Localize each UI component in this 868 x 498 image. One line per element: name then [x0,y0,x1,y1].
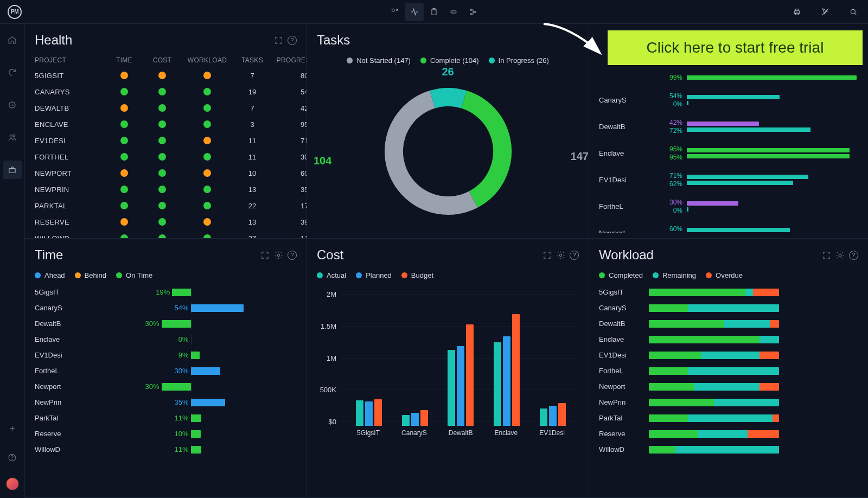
health-row[interactable]: EV1DESI1171% [35,132,297,149]
legend-item[interactable]: On Time [116,271,152,279]
health-row[interactable]: RESERVE1339% [35,214,297,230]
print-icon[interactable] [788,3,806,21]
time-track: 19% [85,289,297,296]
cost-group [494,314,520,426]
legend-item[interactable]: Remaining [653,271,696,279]
expand-icon[interactable] [822,251,831,260]
time-track: 0% [85,336,297,343]
progress-pct: 35% [271,186,307,194]
time-bar [191,367,220,375]
search-icon[interactable] [844,3,863,21]
legend-label: Complete (104) [430,56,479,65]
expand-icon[interactable] [260,251,270,260]
help-icon[interactable]: ? [288,36,297,45]
workload-segment [649,430,698,438]
time-row: Enclave0% [35,335,297,343]
activity-icon[interactable] [405,3,424,21]
nav-refresh-icon[interactable] [3,63,22,81]
nav-clock-icon[interactable] [3,95,22,114]
legend-item[interactable]: Not Started (147) [347,56,411,65]
time-track: 11% [85,446,297,454]
legend-item[interactable]: In Progress (26) [489,56,549,65]
expand-icon[interactable] [274,36,283,45]
progress-pct: 95% [271,120,307,129]
legend-item[interactable]: Planned [356,271,392,279]
svg-rect-16 [9,168,15,173]
health-panel: Health ? PROJECTTIMECOSTWORKLOADTASKSPRO… [25,24,307,239]
legend-dot [75,272,81,278]
cost-panel: Cost ? ActualPlannedBudget 2M1.5M1M500K$… [307,239,589,498]
nav-add-icon[interactable] [3,419,22,437]
svg-point-14 [10,135,12,137]
project-name: NEWPRIN [35,186,105,194]
progress-values: 60%90% [662,225,686,233]
dashboard-grid: Health ? PROJECTTIMECOSTWORKLOADTASKSPRO… [25,24,868,498]
workload-segment [649,367,688,375]
progress-row: Enclave95%95% [599,145,858,161]
svg-rect-3 [451,11,456,13]
help-icon[interactable]: ? [288,251,297,260]
svg-point-15 [13,135,15,137]
health-row[interactable]: NEWPORT1060% [35,165,297,181]
project-name: EV1DESI [35,137,105,145]
health-row[interactable]: ENCLAVE395% [35,116,297,132]
health-row[interactable]: NEWPRIN1335% [35,181,297,197]
health-row[interactable]: WILLOWD2711% [35,230,297,239]
legend-item[interactable]: Actual [317,271,346,279]
cost-status [143,186,181,193]
workload-status [181,104,233,112]
nav-help-icon[interactable] [3,448,22,467]
svg-rect-8 [795,9,798,10]
expand-icon[interactable] [542,251,552,260]
legend-item[interactable]: Behind [75,271,106,279]
health-row[interactable]: DEWALTB742% [35,100,297,116]
legend-item[interactable]: Ahead [35,271,65,279]
user-avatar[interactable] [6,477,19,490]
health-row[interactable]: PARKTAL2217% [35,197,297,214]
health-row[interactable]: FORTHEL1130% [35,149,297,165]
project-name: FORTHEL [35,153,105,161]
gear-icon[interactable] [274,251,283,260]
legend-item[interactable]: Completed [599,271,643,279]
time-track: 35% [85,399,297,406]
app-logo[interactable]: PM [8,5,22,19]
time-bar [191,399,225,406]
minus-square-icon[interactable] [444,3,463,21]
time-track: 9% [85,352,297,359]
workload-stack [649,399,779,406]
flow-icon[interactable] [464,3,482,21]
workload-stack [649,414,779,422]
health-row[interactable]: 5GIGSIT780% [35,67,297,84]
legend-label: Not Started (147) [356,56,411,65]
gear-icon[interactable] [556,251,565,260]
progress-values: 71%62% [662,172,686,188]
clipboard-icon[interactable] [425,3,443,21]
free-trial-cta[interactable]: Click here to start free trial [608,30,863,65]
y-axis-label: 2M [317,290,341,298]
progress-row: FortheL30%0% [599,199,858,214]
health-row[interactable]: CANARYS1954% [35,84,297,100]
progress-name: EV1Desi [599,176,661,184]
time-status [105,104,143,112]
help-icon[interactable]: ? [570,251,579,260]
cost-bar [356,400,363,426]
time-pct: 10% [174,430,188,438]
gear-icon[interactable] [835,251,845,260]
time-track: 54% [85,304,297,312]
legend-item[interactable]: Complete (104) [420,56,479,65]
svg-point-20 [12,459,12,459]
time-status [105,218,143,226]
help-icon[interactable]: ? [849,251,858,260]
nav-briefcase-icon[interactable] [3,161,22,179]
legend-item[interactable]: Overdue [706,271,743,279]
progress-rows: 99%CanaryS54%0%DewaltB42%72%Enclave95%95… [599,74,858,233]
progress-row: DewaltB42%72% [599,119,858,135]
cursor-icon[interactable] [816,3,834,21]
legend-item[interactable]: Budget [401,271,433,279]
nav-home-icon[interactable] [3,30,22,49]
focus-icon[interactable] [386,3,404,21]
time-pct: 11% [174,445,188,454]
time-pct: 30% [145,382,159,391]
nav-people-icon[interactable] [3,128,22,146]
time-track: 11% [85,414,297,422]
